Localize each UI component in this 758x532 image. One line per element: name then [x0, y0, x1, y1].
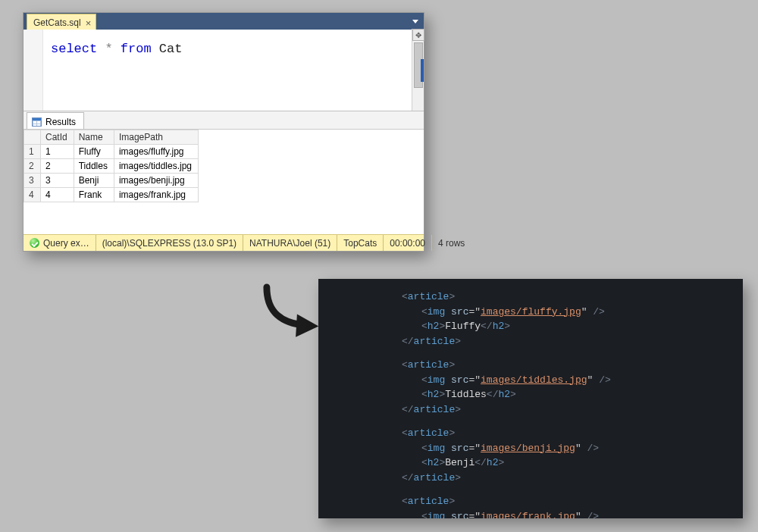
grid-icon — [32, 117, 42, 127]
table-header-row: CatId Name ImagePath — [24, 130, 199, 145]
column-header[interactable]: Name — [74, 130, 114, 145]
cell-name: Frank — [74, 188, 114, 202]
results-grid: CatId Name ImagePath 11Fluffyimages/fluf… — [23, 130, 424, 234]
results-tabstrip: Results — [23, 111, 424, 130]
cell-catid: 3 — [41, 174, 74, 188]
code-block: <article><img src="images/tiddles.jpg" /… — [402, 358, 728, 417]
cell-name: Benji — [74, 174, 114, 188]
status-rowcount: 4 rows — [432, 235, 471, 251]
document-tabstrip: GetCats.sql × — [23, 13, 424, 30]
cell-imagepath: images/frank.jpg — [114, 188, 198, 202]
row-number: 2 — [24, 159, 41, 174]
status-server: (local)\SQLEXPRESS (13.0 SP1) — [96, 235, 243, 251]
table-row[interactable]: 44Frankimages/frank.jpg — [24, 188, 199, 202]
results-tab[interactable]: Results — [27, 112, 84, 129]
sql-editor[interactable]: select * from Cat ✥ — [23, 30, 424, 111]
status-text: Query ex… — [43, 238, 89, 249]
sql-query-window: GetCats.sql × select * from Cat ✥ Result… — [23, 12, 424, 252]
overview-marker — [421, 59, 424, 82]
cell-name: Tiddles — [74, 159, 114, 174]
status-database: TopCats — [337, 235, 384, 251]
status-elapsed: 00:00:00 — [384, 235, 432, 251]
status-user: NATHURA\Joel (51) — [243, 235, 337, 251]
column-header[interactable]: CatId — [41, 130, 74, 145]
row-header-corner — [24, 130, 41, 145]
document-tab-label: GetCats.sql — [33, 17, 81, 28]
html-code-window: <article><img src="images/fluffy.jpg" />… — [318, 279, 743, 518]
cell-catid: 1 — [41, 145, 74, 159]
status-bar: Query ex… (local)\SQLEXPRESS (13.0 SP1) … — [23, 234, 424, 251]
row-number: 4 — [24, 188, 41, 202]
row-number: 1 — [24, 145, 41, 159]
cell-imagepath: images/benji.jpg — [114, 174, 198, 188]
table-row[interactable]: 22Tiddlesimages/tiddles.jpg — [24, 159, 199, 174]
status-query-state: Query ex… — [23, 235, 96, 251]
split-handle-icon[interactable]: ✥ — [412, 29, 424, 41]
code-block: <article><img src="images/fluffy.jpg" />… — [402, 289, 728, 349]
cell-imagepath: images/tiddles.jpg — [114, 159, 198, 174]
document-tab[interactable]: GetCats.sql × — [27, 14, 96, 30]
cell-catid: 4 — [41, 188, 74, 202]
table-row[interactable]: 33Benjiimages/benji.jpg — [24, 174, 199, 188]
results-table[interactable]: CatId Name ImagePath 11Fluffyimages/fluf… — [23, 130, 199, 202]
table-row[interactable]: 11Fluffyimages/fluffy.jpg — [24, 145, 199, 159]
editor-gutter — [23, 30, 43, 111]
cell-catid: 2 — [41, 159, 74, 174]
check-circle-icon — [30, 238, 39, 248]
results-tab-label: Results — [45, 117, 76, 127]
close-icon[interactable]: × — [86, 18, 92, 28]
sql-text: select * from Cat — [43, 30, 190, 111]
tabstrip-dropdown-icon[interactable] — [410, 16, 421, 27]
cell-name: Fluffy — [74, 145, 114, 159]
arrow-icon — [256, 280, 324, 341]
code-block: <article><img src="images/frank.jpg" /><… — [402, 494, 728, 518]
cell-imagepath: images/fluffy.jpg — [114, 145, 198, 159]
editor-scrollbar[interactable]: ✥ — [412, 29, 424, 111]
row-number: 3 — [24, 174, 41, 188]
column-header[interactable]: ImagePath — [114, 130, 198, 145]
code-block: <article><img src="images/benji.jpg" /><… — [402, 426, 728, 485]
